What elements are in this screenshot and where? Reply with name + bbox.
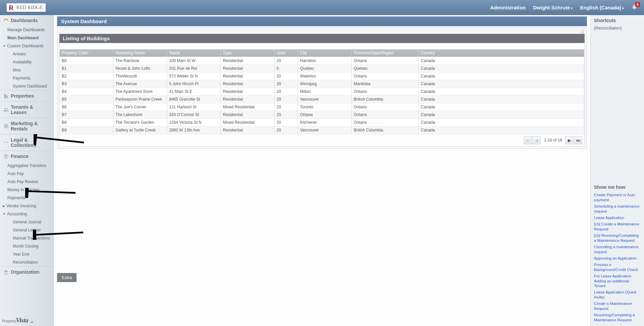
sidebar-tenants[interactable]: Tenants & Leases xyxy=(0,101,53,118)
notifications-button[interactable]: 8 xyxy=(631,4,637,11)
sidebar-item-misc[interactable]: Misc xyxy=(0,66,53,74)
admin-link[interactable]: Administration xyxy=(490,5,526,10)
sidebar-item-custom-dashboards[interactable]: ▼Custom Dashboards xyxy=(0,42,53,50)
sidebar-item-manage-dashboards[interactable]: Manage Dashboards xyxy=(0,26,53,34)
sidebar-item-reconciliation[interactable]: Reconciliation xyxy=(0,258,53,266)
cell-re: British Columbia xyxy=(352,126,419,134)
cell-co: Canada xyxy=(419,103,584,111)
cell-mn: The Lakeshore xyxy=(113,111,167,118)
table-row[interactable]: B7The Lakeshore343 O'Connor StResidentia… xyxy=(60,111,584,118)
main-content: System Dashboard 🖨 Listing of Buildings … xyxy=(54,15,590,326)
help-link[interactable]: Lease Application (Quick Invite) xyxy=(594,289,641,301)
logo[interactable]: R RED RIDGE xyxy=(7,3,46,12)
cell-tp: Residential xyxy=(221,57,275,64)
pager-last-button[interactable]: ⏭ xyxy=(574,136,582,144)
sidebar-dashboards[interactable]: Dashboards xyxy=(0,15,53,26)
cell-tp: Residential xyxy=(221,111,275,118)
sidebar-item-accounting[interactable]: ▼Accounting xyxy=(0,210,53,218)
shortcuts-title: Shortcuts xyxy=(594,18,641,23)
sidebar: Dashboards Manage Dashboards Main Dashbo… xyxy=(0,15,54,326)
logo-text: RED RIDGE xyxy=(15,4,44,11)
col-units[interactable]: Units xyxy=(275,49,298,57)
sidebar-item-manual-transactions[interactable]: Manual Transactions xyxy=(0,234,53,242)
sidebar-item-year-end[interactable]: Year End xyxy=(0,250,53,258)
help-link[interactable]: For Lease Application-Adding an addition… xyxy=(594,273,641,289)
cell-re: Ontario xyxy=(352,72,419,80)
cell-ci: Vancouver xyxy=(298,96,352,103)
sidebar-item-vendor-invoicing[interactable]: ▶Vendor Invoicing xyxy=(0,202,53,210)
help-link[interactable]: Create Payment or Auto payment xyxy=(594,192,641,203)
table-row[interactable]: B1Nicole & John Lofts201 Rue de RoiResid… xyxy=(60,64,584,72)
pager-next-button[interactable]: ▶ xyxy=(565,136,574,144)
sidebar-organization[interactable]: Organization xyxy=(0,266,53,277)
help-link[interactable]: Scheduling a maintenance request xyxy=(594,203,641,215)
table-row[interactable]: B3The Avenue5 John Hirsch PlResidential2… xyxy=(60,80,584,88)
col-name[interactable]: Name xyxy=(167,49,221,57)
sidebar-item-system-dashboard[interactable]: System Dashboard xyxy=(0,82,53,90)
help-link[interactable]: Process a Background/Credit Check xyxy=(594,262,641,273)
cell-re: Manitoba xyxy=(352,80,419,88)
cell-mn: The Avenue xyxy=(113,80,167,88)
help-link[interactable]: [cb] Create a Maintenance Request xyxy=(594,221,641,232)
col-type[interactable]: Type xyxy=(221,49,275,57)
cell-re: Ontario xyxy=(352,119,419,126)
cell-nm: 121 Harbord St xyxy=(167,103,221,111)
right-sidebar: Shortcuts (Reconciliation) Show me how C… xyxy=(590,15,644,326)
extra-button[interactable]: Extra xyxy=(57,273,77,282)
sidebar-item-arrears[interactable]: Arrears xyxy=(0,50,53,58)
sidebar-legal[interactable]: Legal & Collections xyxy=(0,134,53,151)
cell-mn: The Terrace's Garden xyxy=(113,119,167,126)
cell-re: Ontario xyxy=(352,88,419,95)
table-row[interactable]: B2TheWescott572 Weber St NResidential20W… xyxy=(60,72,584,80)
svg-point-2 xyxy=(6,126,6,126)
help-link[interactable]: Resolving/Completing a Maintenance Reque… xyxy=(594,312,641,323)
cell-mn: Gallery at Turtle Creek xyxy=(113,126,167,134)
table-row[interactable]: B9Gallery at Turtle Creek2880 W 13th Ave… xyxy=(60,126,584,134)
sidebar-item-money-in-batches[interactable]: Money In Batches xyxy=(0,186,53,194)
shortcut-reconciliation[interactable]: (Reconciliation) xyxy=(594,25,641,31)
sidebar-item-payments[interactable]: Payments xyxy=(0,74,53,82)
table-row[interactable]: B4The Apartment Store41 Main St EResiden… xyxy=(60,88,584,95)
col-country[interactable]: Country xyxy=(419,49,584,57)
cell-nm: 100 Main St W xyxy=(167,57,221,64)
sidebar-item-fin-payments[interactable]: Payments xyxy=(0,194,53,202)
cell-un: 20 xyxy=(275,88,298,95)
chevron-down-icon: ▼ xyxy=(3,212,6,216)
sidebar-item-main-dashboard[interactable]: Main Dashboard xyxy=(0,34,53,42)
sidebar-item-general-journal[interactable]: General Journal xyxy=(0,218,53,226)
sidebar-finance[interactable]: Finance xyxy=(0,151,53,162)
pager-first-button[interactable]: ⏮ xyxy=(524,136,532,144)
cell-un: 20 xyxy=(275,96,298,103)
col-marketing-name[interactable]: Marketing Name xyxy=(113,49,167,57)
sidebar-marketing[interactable]: Marketing & Rentals xyxy=(0,118,53,134)
help-link[interactable]: Cancelling a maintenance request xyxy=(594,244,641,255)
logo-mark: R xyxy=(8,4,14,11)
col-property-code[interactable]: Property Code ↑ xyxy=(60,49,113,57)
col-city[interactable]: City xyxy=(298,49,352,57)
sidebar-item-general-ledger[interactable]: General Ledger xyxy=(0,226,53,234)
pager-prev-button[interactable]: ◀ xyxy=(533,136,541,144)
language-menu[interactable]: English (Canada)▾ xyxy=(580,5,624,10)
sidebar-item-auto-pay[interactable]: Auto Pay xyxy=(0,170,53,178)
help-link[interactable]: Approving an Application xyxy=(594,255,641,262)
print-icon[interactable]: 🖨 xyxy=(580,29,585,34)
cell-un: 20 xyxy=(275,119,298,126)
cell-nm: 572 Weber St N xyxy=(167,72,221,80)
user-menu[interactable]: Dwight Schrute▾ xyxy=(533,5,573,10)
sidebar-item-aggregated-transfers[interactable]: Aggregated Transfers xyxy=(0,162,53,170)
table-row[interactable]: B6The Joe's Corner121 Harbord StMixed Re… xyxy=(60,103,584,111)
cell-re: Ontario xyxy=(352,111,419,118)
help-link[interactable]: Lease Application xyxy=(594,215,641,221)
cell-ci: Milton xyxy=(298,88,352,95)
table-row[interactable]: B0The Rainbow100 Main St WResidential20H… xyxy=(60,57,584,64)
sidebar-item-availability[interactable]: Availability xyxy=(0,58,53,66)
col-region[interactable]: Province/State/Region xyxy=(352,49,419,57)
help-link[interactable]: Create a Maintenance Request xyxy=(594,301,641,312)
chevron-down-icon: ▾ xyxy=(622,6,624,10)
table-row[interactable]: B5Parkwayson Prairie Creek8465 Granville… xyxy=(60,95,584,103)
table-row[interactable]: B8The Terrace's Garden1264 Victoria St N… xyxy=(60,118,584,126)
sidebar-properties[interactable]: Properties xyxy=(0,90,53,101)
sidebar-item-auto-pay-review[interactable]: Auto Pay Review xyxy=(0,178,53,186)
sidebar-item-month-closing[interactable]: Month Closing xyxy=(0,242,53,250)
help-link[interactable]: [cb] Resolving/Completing a Maintenance … xyxy=(594,232,641,244)
